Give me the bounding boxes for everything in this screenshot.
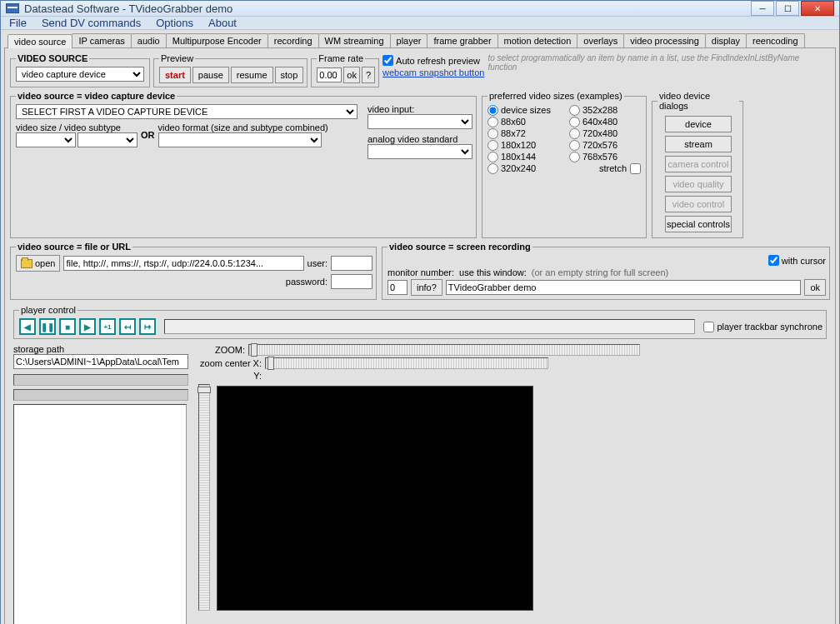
analog-std-combo[interactable] bbox=[368, 144, 472, 159]
player-control-legend: player control bbox=[19, 305, 78, 315]
player-trackbar[interactable] bbox=[164, 319, 695, 334]
stretch-check[interactable] bbox=[630, 163, 641, 174]
app-icon bbox=[6, 3, 19, 13]
window-title: Datastead Software - TVideoGrabber demo bbox=[24, 2, 751, 15]
screen-rec-ok[interactable]: ok bbox=[804, 279, 826, 296]
size-768x576[interactable]: 768x576 bbox=[569, 151, 642, 162]
close-button[interactable]: ✕ bbox=[801, 1, 834, 16]
resume-button[interactable]: resume bbox=[231, 67, 273, 83]
stretch-label: stretch bbox=[599, 163, 627, 173]
zoom-x-slider[interactable] bbox=[265, 357, 548, 369]
pause-button[interactable]: pause bbox=[192, 67, 229, 83]
video-input-combo[interactable] bbox=[368, 114, 472, 129]
player-play-button[interactable]: ▶ bbox=[79, 318, 96, 335]
tab-multipurpose-encoder[interactable]: Multipurpose Encoder bbox=[166, 33, 268, 47]
tab-reencoding[interactable]: reencoding bbox=[746, 33, 804, 47]
storage-label: storage path bbox=[13, 344, 188, 354]
menu-options[interactable]: Options bbox=[156, 17, 193, 29]
size-352x288[interactable]: 352x288 bbox=[569, 104, 642, 116]
tab-ip-cameras[interactable]: IP cameras bbox=[72, 33, 131, 47]
trackbar-sync-check[interactable]: player trackbar synchrone bbox=[703, 322, 822, 332]
tab-audio[interactable]: audio bbox=[131, 33, 167, 47]
file-tree[interactable] bbox=[13, 404, 187, 624]
tab-frame-grabber[interactable]: frame grabber bbox=[427, 33, 498, 47]
webcam-snapshot-link[interactable]: webcam snapshot button bbox=[382, 67, 484, 77]
stop-button[interactable]: stop bbox=[275, 67, 304, 83]
tab-motion-detection[interactable]: motion detection bbox=[498, 33, 578, 47]
screen-rec-legend: video source = screen recording bbox=[388, 242, 532, 252]
size-88x60[interactable]: 88x60 bbox=[488, 116, 561, 127]
password-label: password: bbox=[286, 277, 328, 287]
camera-control-button[interactable]: camera control bbox=[665, 156, 732, 172]
monitor-info-button[interactable]: info? bbox=[411, 279, 442, 296]
video-source-legend: VIDEO SOURCE bbox=[16, 53, 89, 63]
video-format-label: video format (size and subtype combined) bbox=[158, 122, 363, 132]
size-88x72[interactable]: 88x72 bbox=[488, 127, 561, 139]
tab-strip: video source IP cameras audio Multipurpo… bbox=[2, 32, 838, 47]
zoom-label: ZOOM: bbox=[195, 345, 245, 355]
player-stop-button[interactable]: ■ bbox=[59, 318, 76, 335]
tab-video-processing[interactable]: video processing bbox=[623, 33, 706, 47]
preview-legend: Preview bbox=[159, 53, 195, 63]
framerate-help[interactable]: ? bbox=[362, 67, 375, 83]
framerate-ok[interactable]: ok bbox=[343, 67, 360, 83]
maximize-button[interactable]: ☐ bbox=[776, 1, 799, 16]
video-source-combo[interactable]: video capture device bbox=[16, 67, 144, 82]
menu-file[interactable]: File bbox=[9, 17, 27, 29]
tab-recording[interactable]: recording bbox=[268, 33, 319, 47]
open-file-button[interactable]: open bbox=[16, 255, 60, 272]
player-fwd-button[interactable]: ↦ bbox=[139, 318, 156, 335]
tab-player[interactable]: player bbox=[390, 33, 428, 47]
menu-about[interactable]: About bbox=[208, 17, 237, 29]
size-320x240[interactable]: 320x240 bbox=[488, 162, 561, 174]
special-controls-button[interactable]: special controls bbox=[665, 216, 732, 232]
zoom-slider[interactable] bbox=[248, 344, 640, 356]
storage-path-input[interactable] bbox=[13, 354, 188, 369]
tab-wm-streaming[interactable]: WM streaming bbox=[318, 33, 391, 47]
size-180x120[interactable]: 180x120 bbox=[488, 139, 561, 151]
video-subtype-combo[interactable] bbox=[78, 132, 138, 147]
device-dialog-button[interactable]: device bbox=[665, 116, 732, 132]
titlebar: Datastead Software - TVideoGrabber demo … bbox=[1, 1, 839, 17]
tab-display[interactable]: display bbox=[705, 33, 747, 47]
monitor-number-input[interactable] bbox=[388, 280, 408, 295]
window-title-input[interactable] bbox=[446, 280, 802, 295]
tab-video-source[interactable]: video source bbox=[8, 34, 72, 48]
auto-refresh-check[interactable]: Auto refresh preview bbox=[382, 55, 484, 66]
size-device[interactable]: device sizes bbox=[488, 104, 561, 116]
minimize-button[interactable]: ─ bbox=[751, 1, 774, 16]
menubar: File Send DV commands Options About bbox=[1, 17, 839, 30]
framerate-input[interactable] bbox=[317, 67, 342, 82]
video-format-combo[interactable] bbox=[158, 132, 322, 147]
zoom-y-label: Y: bbox=[195, 371, 262, 381]
start-button[interactable]: start bbox=[159, 67, 191, 83]
analog-std-label: analog video standard bbox=[368, 134, 472, 144]
player-prev-button[interactable]: ◀ bbox=[19, 318, 36, 335]
with-cursor-check[interactable]: with cursor bbox=[768, 255, 826, 266]
video-control-button[interactable]: video control bbox=[665, 196, 732, 212]
file-source-legend: video source = file or URL bbox=[16, 242, 132, 252]
password-input[interactable] bbox=[331, 274, 372, 289]
zoom-x-label: zoom center X: bbox=[195, 358, 262, 368]
video-size-combo[interactable] bbox=[16, 132, 76, 147]
capture-device-combo[interactable]: SELECT FIRST A VIDEO CAPTURE DEVICE bbox=[16, 104, 358, 119]
player-rew-button[interactable]: ↤ bbox=[119, 318, 136, 335]
tab-overlays[interactable]: overlays bbox=[577, 33, 624, 47]
player-step-button[interactable]: +1 bbox=[99, 318, 116, 335]
size-720x480[interactable]: 720x480 bbox=[569, 127, 642, 139]
zoom-y-slider[interactable] bbox=[198, 384, 210, 611]
stream-dialog-button[interactable]: stream bbox=[665, 136, 732, 152]
use-window-label: use this window: bbox=[459, 267, 527, 277]
framerate-legend: Frame rate bbox=[317, 53, 365, 63]
size-720x576[interactable]: 720x576 bbox=[569, 139, 642, 151]
size-180x144[interactable]: 180x144 bbox=[488, 151, 561, 162]
sizes-legend: preferred video sizes (examples) bbox=[488, 91, 624, 101]
user-input[interactable] bbox=[331, 256, 372, 271]
size-640x480[interactable]: 640x480 bbox=[569, 116, 642, 127]
monitor-label: monitor number: bbox=[388, 267, 454, 277]
player-pause-button[interactable]: ❚❚ bbox=[39, 318, 56, 335]
file-url-input[interactable] bbox=[63, 256, 303, 271]
video-quality-button[interactable]: video quality bbox=[665, 176, 732, 192]
storage-bar-2 bbox=[13, 389, 188, 401]
menu-send-dv[interactable]: Send DV commands bbox=[42, 17, 141, 29]
